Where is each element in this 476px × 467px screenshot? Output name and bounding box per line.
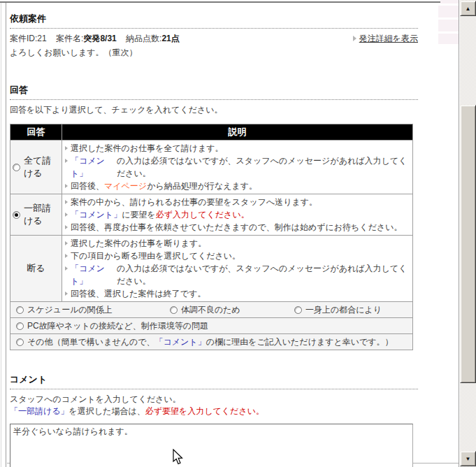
reason-personal-label: 一身上の都合により — [305, 304, 382, 316]
required-warning-text: 必ず入力してください。 — [156, 208, 250, 221]
answer-instruction: 回答を以下より選択して、チェックを入れてください。 — [10, 104, 418, 115]
reason-pc-trouble-label: PC故障やネットの接続など、制作環境等の問題 — [27, 320, 208, 332]
bullet-icon — [65, 213, 68, 217]
description-segment: から納品処理が行なえます。 — [147, 180, 257, 192]
option-decline-description: 選択した案件のお仕事を断ります。 下の項目から断る理由を選択してください。 「コ… — [62, 236, 413, 302]
description-segment: 「コメント」 — [71, 262, 117, 287]
decline-reason-pc-row: PC故障やネットの接続など、制作環境等の問題 — [10, 318, 413, 334]
table-row: 一部請ける 案件の中から、請けられるお仕事の要望をスタッフへ送ります。 「コメン… — [10, 194, 413, 236]
table-row: スケジュールの関係上 体調不良のため 一身上の都合により — [10, 302, 413, 318]
order-detail-link[interactable]: 発注詳細を表示 — [353, 33, 418, 44]
frame-left-border — [6, 3, 6, 467]
bullet-icon — [65, 159, 68, 163]
case-id-label: 案件ID: — [10, 34, 37, 43]
bullet-icon — [65, 292, 68, 296]
reason-other[interactable]: その他（簡単で構いませんので、「コメント」の欄に理由をご記入いただけますと幸いで… — [16, 336, 410, 348]
bullet-icon — [65, 184, 68, 188]
option-accept-all-description: 選択した案件のお仕事を全て請けます。 「コメント」の入力は必須ではないですが、ス… — [62, 141, 413, 194]
radio-reason-pc-trouble[interactable] — [16, 322, 24, 330]
case-info-row: 案件ID:21 案件名:突発8/31 納品点数:21点 発注詳細を表示 — [10, 33, 418, 44]
description-segment: 回答後、 — [71, 180, 104, 192]
bullet-icon — [65, 146, 68, 150]
background-row-fragment — [438, 34, 459, 44]
reason-schedule-label: スケジュールの関係上 — [27, 304, 113, 316]
description-segment: 「コメント」 — [71, 155, 117, 180]
bullet-icon — [65, 225, 68, 229]
reason-personal[interactable]: 一身上の都合により — [294, 304, 382, 316]
case-name-value: 突発8/31 — [83, 34, 116, 43]
decline-reasons-row1: スケジュールの関係上 体調不良のため 一身上の都合により — [10, 302, 413, 318]
background-row-fragment — [438, 6, 459, 17]
case-qty-label: 納品点数: — [126, 34, 161, 43]
case-info: 案件ID:21 案件名:突発8/31 納品点数:21点 — [10, 33, 180, 44]
option-accept-part-cell[interactable]: 一部請ける — [10, 194, 62, 236]
mypage-link-text: マイページ — [104, 180, 147, 192]
table-header-row: 回答 説明 — [10, 124, 413, 141]
scrollbar-down-button[interactable]: ▼ — [460, 451, 476, 466]
header-answer: 回答 — [10, 124, 62, 141]
comment-warning-required: 必ず要望を入力してください。 — [145, 406, 264, 416]
bullet-icon — [65, 266, 68, 271]
reason-other-segment: の欄に理由をご記入いただけますと幸いです。） — [206, 337, 394, 347]
reason-pc-trouble[interactable]: PC故障やネットの接続など、制作環境等の問題 — [16, 320, 410, 332]
reason-health[interactable]: 体調不良のため — [170, 304, 294, 316]
link-arrow-icon — [353, 36, 356, 41]
radio-accept-part[interactable] — [13, 211, 20, 219]
frame-right-border — [459, 0, 459, 467]
comment-warning: 「一部請ける」を選択した場合は、必ず要望を入力してください。 — [10, 405, 418, 417]
scrollbar-up-button[interactable]: ▲ — [460, 1, 476, 16]
description-segment: の入力は必須ではないですが、スタッフへのメッセージがあれば入力してください。 — [117, 155, 410, 180]
comment-section-title: コメント — [10, 373, 418, 386]
radio-accept-all[interactable] — [13, 164, 20, 171]
case-id-value: 21 — [37, 34, 46, 43]
request-section-title: 依頼案件 — [10, 13, 418, 25]
bullet-icon — [65, 241, 68, 245]
table-row: PC故障やネットの接続など、制作環境等の問題 — [10, 318, 413, 334]
background-row-fragment — [438, 20, 459, 31]
frame-left-border-outer — [1, 3, 1, 467]
description-line: 選択した案件のお仕事を断ります。 — [71, 237, 206, 250]
description-segment: に要望を — [122, 208, 156, 221]
description-line: 回答後、再度お仕事を依頼させていただきますので、制作は始めずにお待ちください。 — [71, 221, 402, 234]
reason-other-segment: その他（簡単で構いませんので、 — [27, 337, 155, 347]
description-line: 選択した案件のお仕事を全て請けます。 — [71, 142, 224, 155]
description-line: 下の項目から断る理由を選択してください。 — [71, 250, 240, 262]
case-name-label: 案件名: — [56, 34, 83, 43]
decline-reason-other-row: その他（簡単で構いませんので、「コメント」の欄に理由をご記入いただけますと幸いで… — [10, 334, 413, 350]
radio-reason-personal[interactable] — [294, 306, 302, 314]
vertical-scrollbar[interactable]: ▲ ▼ — [460, 0, 476, 467]
option-decline-cell: 断る — [10, 236, 62, 302]
option-accept-all-label: 全て請ける — [24, 155, 59, 180]
option-decline-label: 断る — [27, 263, 45, 273]
radio-reason-other[interactable] — [16, 338, 24, 346]
table-row: 断る 選択した案件のお仕事を断ります。 下の項目から断る理由を選択してください。… — [10, 236, 413, 302]
scrollbar-thumb[interactable] — [460, 105, 476, 383]
description-segment: の入力は必須ではないですが、スタッフへのメッセージがあれば入力してください。 — [117, 262, 410, 287]
option-accept-part-label: 一部請ける — [24, 202, 59, 227]
option-accept-part-description: 案件の中から、請けられるお仕事の要望をスタッフへ送ります。 「コメント」に要望を… — [62, 194, 413, 236]
client-message: よろしくお願いします。（重次） — [10, 47, 418, 58]
divider — [10, 388, 418, 389]
down-arrow-icon: ▼ — [466, 456, 471, 462]
header-description: 説明 — [62, 124, 413, 141]
radio-reason-schedule[interactable] — [16, 306, 24, 314]
order-detail-link-label: 発注詳細を表示 — [359, 33, 418, 44]
comment-warning-segment: 「一部請ける」 — [10, 406, 69, 416]
main-content: 依頼案件 案件ID:21 案件名:突発8/31 納品点数:21点 発注詳細を表示… — [10, 13, 418, 467]
table-row: 全て請ける 選択した案件のお仕事を全て請けます。 「コメント」の入力は必須ではな… — [10, 141, 413, 194]
radio-reason-health[interactable] — [170, 306, 178, 314]
table-row: その他（簡単で構いませんので、「コメント」の欄に理由をご記入いただけますと幸いで… — [10, 334, 413, 350]
answer-table: 回答 説明 全て請ける 選択した案件のお仕事を全て請けます。 「コメント」の入力… — [10, 124, 413, 350]
option-accept-all-cell[interactable]: 全て請ける — [10, 141, 62, 194]
reason-schedule[interactable]: スケジュールの関係上 — [16, 304, 170, 316]
description-segment: 「コメント」 — [71, 208, 122, 221]
description-line: 案件の中から、請けられるお仕事の要望をスタッフへ送ります。 — [71, 196, 317, 208]
comment-textarea[interactable]: 半分ぐらいなら請けられます。 — [10, 424, 413, 467]
case-qty-value: 21点 — [161, 34, 179, 43]
reason-health-label: 体調不良のため — [181, 304, 240, 316]
divider — [10, 27, 418, 29]
comment-warning-segment: を選択した場合は、 — [69, 406, 145, 416]
comment-instruction: スタッフへのコメントを入力してください。 — [10, 394, 418, 405]
bullet-icon — [65, 254, 68, 258]
frame-top-border — [0, 1, 459, 3]
